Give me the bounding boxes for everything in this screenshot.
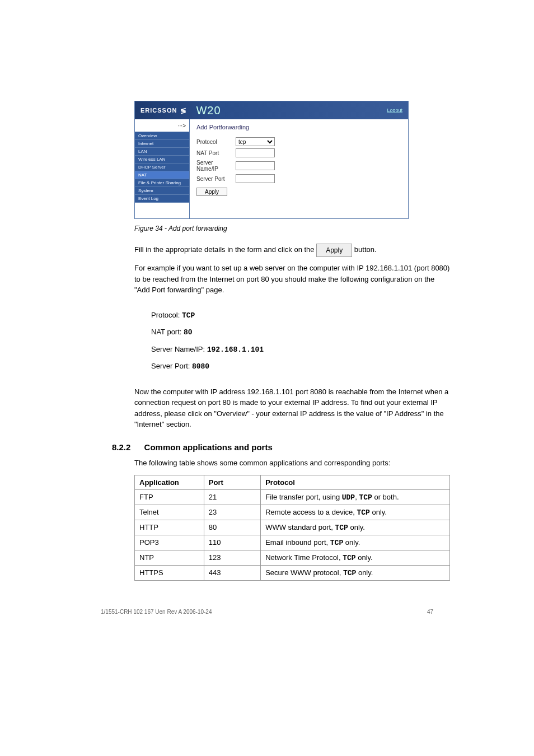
apply-button[interactable]: Apply: [196, 188, 227, 196]
page-footer: 1/1551-CRH 102 167 Uen Rev A 2006-10-24 …: [56, 609, 478, 615]
cell-protocol: Secure WWW protocol, TCP only.: [261, 566, 450, 581]
cell-app: FTP: [135, 490, 204, 505]
sidebar-item-internet[interactable]: Internet: [135, 139, 189, 147]
section-title-text: Common applications and ports: [144, 442, 273, 452]
cell-app: POP3: [135, 535, 204, 550]
server-name-ip-input[interactable]: [236, 161, 275, 170]
ex-proto-label: Protocol:: [151, 311, 182, 319]
ex-sp-val: 8080: [192, 362, 209, 371]
content-area: Add Portforwarding Protocol tcp NAT Port…: [190, 119, 408, 218]
sidebar-item-dhcp-server[interactable]: DHCP Server: [135, 163, 189, 171]
example-nat-port: NAT port: 80: [151, 326, 450, 338]
protocol-label: Protocol: [196, 139, 236, 145]
table-row: FTP 21 File transfer port, using UDP, TC…: [135, 490, 450, 505]
logout-link[interactable]: Logout: [387, 108, 402, 113]
th-port: Port: [204, 475, 260, 490]
example-protocol: Protocol: TCP: [151, 310, 450, 321]
ex-nat-label: NAT port:: [151, 328, 184, 336]
model-label: W20: [196, 104, 221, 117]
ex-proto-val: TCP: [182, 311, 195, 320]
cell-protocol: WWW standard port, TCP only.: [261, 520, 450, 535]
example-server-port: Server Port: 8080: [151, 361, 450, 372]
app-header: ERICSSON ≶ W20 Logout: [135, 101, 408, 119]
cell-protocol: Network Time Protocol, TCP only.: [261, 550, 450, 566]
ex-srv-val: 192.168.1.101: [207, 346, 264, 354]
sidebar-item-wireless-lan[interactable]: Wireless LAN: [135, 155, 189, 163]
cell-port: 110: [204, 535, 260, 550]
th-protocol: Protocol: [261, 475, 450, 490]
p1-text-b: button.: [354, 245, 377, 254]
table-row: POP3 110 Email inbound port, TCP only.: [135, 535, 450, 550]
doc-paragraph-1: Fill in the appropriate details in the f…: [134, 244, 450, 257]
cell-port: 21: [204, 490, 260, 505]
doc-paragraph-3: Now the computer with IP address 192.168…: [134, 386, 450, 430]
ports-table: Application Port Protocol FTP 21 File tr…: [134, 475, 450, 581]
cell-protocol: Remote access to a device, TCP only.: [261, 505, 450, 520]
section-heading: 8.2.2 Common applications and ports: [112, 442, 478, 452]
app-window: ERICSSON ≶ W20 Logout ···> Overview Inte…: [134, 101, 409, 219]
sidebar-item-overview[interactable]: Overview: [135, 132, 189, 139]
apply-button-illustration: Apply: [316, 244, 352, 257]
table-row: NTP 123 Network Time Protocol, TCP only.: [135, 550, 450, 566]
sidebar-item-system[interactable]: System: [135, 186, 189, 194]
section-number: 8.2.2: [112, 442, 130, 452]
table-row: HTTP 80 WWW standard port, TCP only.: [135, 520, 450, 535]
ex-sp-label: Server Port:: [151, 362, 192, 370]
cell-app: HTTP: [135, 520, 204, 535]
nat-port-input[interactable]: [236, 148, 275, 157]
server-name-ip-label: Server Name/IP: [196, 160, 236, 172]
sidebar-item-event-log[interactable]: Event Log: [135, 194, 189, 203]
table-row: Telnet 23 Remote access to a device, TCP…: [135, 505, 450, 520]
breadcrumb: ···>: [135, 119, 189, 132]
footer-left: 1/1551-CRH 102 167 Uen Rev A 2006-10-24: [101, 609, 212, 615]
cell-app: NTP: [135, 550, 204, 566]
nat-port-label: NAT Port: [196, 150, 236, 156]
table-header-row: Application Port Protocol: [135, 475, 450, 490]
ex-srv-label: Server Name/IP:: [151, 345, 207, 353]
table-row: HTTPS 443 Secure WWW protocol, TCP only.: [135, 566, 450, 581]
p1-text-a: Fill in the appropriate details in the f…: [134, 245, 316, 254]
cell-port: 23: [204, 505, 260, 520]
section-title: Add Portforwarding: [196, 124, 401, 130]
sidebar-item-nat[interactable]: NAT: [135, 171, 189, 179]
doc-paragraph-2: For example if you want to set up a web …: [134, 263, 450, 296]
server-port-input[interactable]: [236, 174, 275, 183]
th-application: Application: [135, 475, 204, 490]
cell-port: 80: [204, 520, 260, 535]
sidebar: ···> Overview Internet LAN Wireless LAN …: [135, 119, 190, 218]
brand-label: ERICSSON ≶: [140, 106, 187, 115]
cell-app: Telnet: [135, 505, 204, 520]
doc-paragraph-4: The following table shows some common ap…: [134, 458, 450, 469]
footer-right: 47: [427, 609, 433, 615]
sidebar-item-lan[interactable]: LAN: [135, 147, 189, 155]
figure-caption: Figure 34 - Add port forwarding: [134, 225, 478, 232]
cell-protocol: File transfer port, using UDP, TCP or bo…: [261, 490, 450, 505]
cell-app: HTTPS: [135, 566, 204, 581]
server-port-label: Server Port: [196, 176, 236, 182]
brand-mark-icon: ≶: [180, 106, 187, 115]
cell-port: 123: [204, 550, 260, 566]
example-server-name-ip: Server Name/IP: 192.168.1.101: [151, 344, 450, 356]
brand-text: ERICSSON: [140, 107, 177, 114]
sidebar-item-file-printer-sharing[interactable]: File & Printer Sharing: [135, 179, 189, 186]
ex-nat-val: 80: [184, 328, 193, 337]
cell-protocol: Email inbound port, TCP only.: [261, 535, 450, 550]
cell-port: 443: [204, 566, 260, 581]
protocol-select[interactable]: tcp: [236, 137, 275, 146]
